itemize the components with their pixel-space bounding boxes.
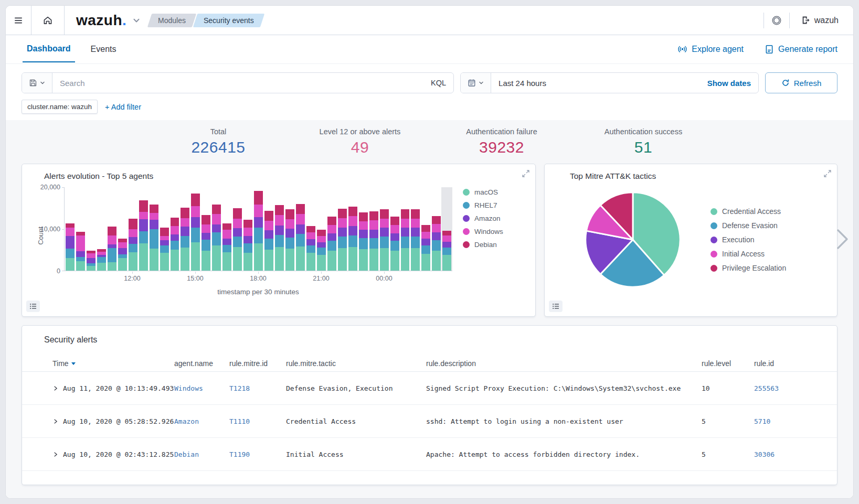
legend-color-dot xyxy=(463,215,470,222)
inspector-list-button[interactable] xyxy=(26,301,40,312)
bar[interactable] xyxy=(76,187,85,271)
divider xyxy=(64,6,65,35)
home-button[interactable] xyxy=(31,6,64,35)
bar[interactable] xyxy=(118,187,127,271)
time-range-value[interactable]: Last 24 hours xyxy=(491,79,700,88)
bar[interactable] xyxy=(306,187,315,271)
legend-item[interactable]: Credential Access xyxy=(710,207,786,216)
agent-link[interactable]: Debian xyxy=(174,451,199,458)
column-header-rule-mitre-tactic[interactable]: rule.mitre.tactic xyxy=(286,359,426,368)
bar[interactable] xyxy=(202,187,210,271)
bar[interactable] xyxy=(66,187,75,271)
bar[interactable] xyxy=(150,187,158,271)
bar[interactable] xyxy=(243,187,252,271)
stat-level-12: Level 12 or above alerts 49 xyxy=(289,127,431,156)
row-expand-chevron[interactable] xyxy=(52,452,58,457)
bar[interactable] xyxy=(401,187,410,271)
bar[interactable] xyxy=(87,187,96,271)
bar[interactable] xyxy=(108,187,116,271)
bar[interactable] xyxy=(338,187,347,271)
health-status-button[interactable] xyxy=(764,6,789,35)
bar[interactable] xyxy=(432,187,441,271)
bar[interactable] xyxy=(369,187,378,271)
logout-user-button[interactable]: wazuh xyxy=(790,16,853,25)
bar[interactable] xyxy=(285,187,294,271)
bar[interactable] xyxy=(160,187,169,271)
kql-syntax-button[interactable]: KQL xyxy=(423,79,453,87)
rule-id-link[interactable]: 30306 xyxy=(754,451,775,458)
refresh-button[interactable]: Refresh xyxy=(765,72,837,93)
bar[interactable] xyxy=(296,187,305,271)
show-dates-button[interactable]: Show dates xyxy=(700,79,758,88)
bar[interactable] xyxy=(442,187,451,271)
tab-events[interactable]: Events xyxy=(87,37,121,62)
add-filter-button[interactable]: + Add filter xyxy=(105,103,141,111)
expand-panel-button[interactable] xyxy=(823,169,832,180)
column-header-rule-id[interactable]: rule.id xyxy=(754,359,837,368)
bar[interactable] xyxy=(348,187,357,271)
row-expand-chevron[interactable] xyxy=(52,385,58,391)
agent-link[interactable]: Amazon xyxy=(174,417,199,425)
bar[interactable] xyxy=(390,187,399,271)
legend-item[interactable]: Amazon xyxy=(463,215,503,222)
bar[interactable] xyxy=(359,187,368,271)
expand-panel-button[interactable] xyxy=(522,169,530,180)
saved-query-menu-button[interactable] xyxy=(22,73,52,93)
column-header-agent-name[interactable]: agent.name xyxy=(174,359,229,368)
bar[interactable] xyxy=(181,187,189,271)
bar[interactable] xyxy=(97,187,106,271)
explore-agent-button[interactable]: Explore agent xyxy=(677,45,744,55)
bar[interactable] xyxy=(171,187,179,271)
bar[interactable] xyxy=(275,187,284,271)
next-page-chevron-button[interactable] xyxy=(834,227,850,253)
rule-id-link[interactable]: 255563 xyxy=(754,384,779,392)
bar[interactable] xyxy=(264,187,273,271)
bar[interactable] xyxy=(191,187,200,271)
mitre-id-link[interactable]: T1218 xyxy=(229,384,250,392)
bar[interactable] xyxy=(421,187,430,271)
breadcrumb-modules[interactable]: Modules xyxy=(147,14,196,27)
mitre-id-link[interactable]: T1190 xyxy=(229,451,250,458)
mitre-id-link[interactable]: T1110 xyxy=(229,417,250,425)
legend-item[interactable]: RHEL7 xyxy=(463,201,503,209)
agent-link[interactable]: Windows xyxy=(174,384,203,392)
bar[interactable] xyxy=(139,187,148,271)
filter-pill-cluster-name[interactable]: cluster.name: wazuh xyxy=(22,100,98,114)
search-input[interactable] xyxy=(52,79,423,88)
bar[interactable] xyxy=(317,187,326,271)
column-header-rule-mitre-id[interactable]: rule.mitre.id xyxy=(229,359,286,368)
bar[interactable] xyxy=(327,187,336,271)
date-quick-menu-button[interactable] xyxy=(461,73,491,93)
wazuh-logo[interactable]: wazuh. xyxy=(76,12,126,29)
rule-id-link[interactable]: 5710 xyxy=(754,417,770,425)
legend-item[interactable]: Windows xyxy=(463,228,503,235)
column-header-rule-level[interactable]: rule.level xyxy=(702,359,754,368)
bar[interactable] xyxy=(411,187,420,271)
legend-item[interactable]: Initial Access xyxy=(710,250,786,258)
breadcrumb-security-events[interactable]: Security events xyxy=(193,14,264,27)
menu-button[interactable] xyxy=(6,6,31,35)
table-row: Aug 10, 2020 @ 05:28:52.926 Amazon T1110… xyxy=(22,405,837,438)
bar[interactable] xyxy=(129,187,137,271)
bar[interactable] xyxy=(222,187,231,271)
inspector-list-button[interactable] xyxy=(549,301,563,312)
cell-description: Apache: Attempt to access forbidden dire… xyxy=(426,451,702,458)
row-expand-chevron[interactable] xyxy=(52,419,58,424)
legend-item[interactable]: macOS xyxy=(463,188,503,196)
legend-item[interactable]: Debian xyxy=(463,241,503,249)
legend-item[interactable]: Defense Evasion xyxy=(710,221,786,230)
legend-color-dot xyxy=(710,222,717,229)
column-header-rule-description[interactable]: rule.description xyxy=(426,359,702,368)
bar[interactable] xyxy=(212,187,221,271)
generate-report-button[interactable]: Generate report xyxy=(765,45,837,54)
pie-svg[interactable] xyxy=(581,188,684,291)
tab-dashboard[interactable]: Dashboard xyxy=(23,36,75,62)
cell-time: Aug 10, 2020 @ 05:28:52.926 xyxy=(63,417,174,425)
logo-menu-toggle[interactable] xyxy=(132,16,141,25)
bar[interactable] xyxy=(233,187,242,271)
legend-item[interactable]: Privilege Escalation xyxy=(710,264,786,272)
legend-item[interactable]: Execution xyxy=(710,235,786,244)
bar[interactable] xyxy=(380,187,389,271)
bar[interactable] xyxy=(254,187,263,271)
column-header-time[interactable]: Time xyxy=(52,359,174,368)
